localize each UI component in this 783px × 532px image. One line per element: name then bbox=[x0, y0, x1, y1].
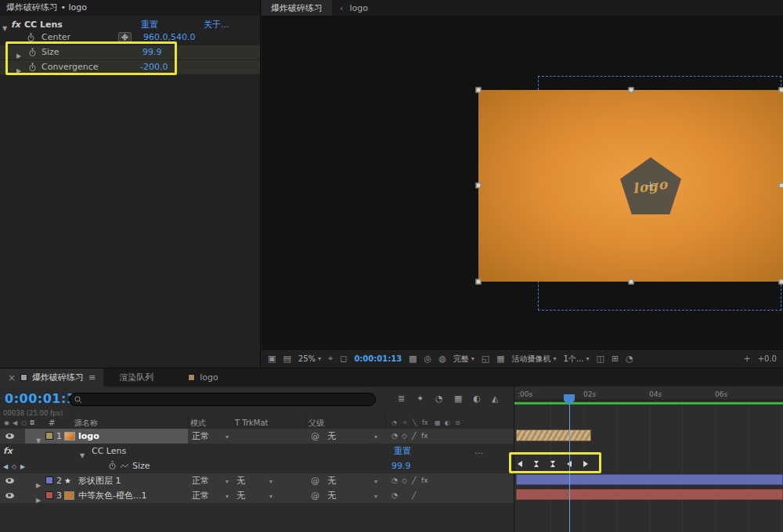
layer-row-shape[interactable]: ▶ 2 ★ 形状图层 1 正常 ▾ 无 ▾ @ 无 ▾ ◔ ◇ ╱ fx bbox=[0, 473, 514, 488]
about-effect-link[interactable]: 关于... bbox=[204, 18, 229, 31]
more-options[interactable]: … bbox=[474, 444, 483, 458]
blend-mode-dropdown[interactable]: 正常 bbox=[192, 429, 209, 444]
quality-switch-icon[interactable]: ╱ bbox=[412, 429, 416, 444]
add-keyframe-icon[interactable]: ◇ bbox=[12, 459, 16, 474]
effect-header-row[interactable]: ▼ fx CC Lens 重置 关于... bbox=[0, 18, 260, 31]
selection-handle-mid-left[interactable] bbox=[476, 183, 482, 189]
mask-visibility-icon[interactable]: ◻ bbox=[340, 354, 347, 363]
selection-handle-top-mid[interactable] bbox=[629, 88, 634, 93]
channels-icon[interactable]: ◍ bbox=[438, 354, 446, 363]
prev-keyframe-icon[interactable]: ◀ bbox=[3, 459, 8, 474]
share-view-icon[interactable]: ◫ bbox=[597, 354, 604, 363]
motion-blur-toggle-icon[interactable]: ◐ bbox=[473, 394, 481, 404]
property-label[interactable]: Size bbox=[132, 458, 150, 473]
composition-viewport[interactable]: logo bbox=[262, 16, 783, 349]
selected-layer-canvas[interactable]: logo bbox=[478, 90, 783, 282]
shy-switch-icon[interactable]: ◔ bbox=[392, 488, 398, 503]
view-layout-dropdown[interactable]: 1个...▾ bbox=[564, 354, 590, 365]
always-preview-icon[interactable]: ▣ bbox=[268, 354, 276, 363]
breadcrumb-item-logo[interactable]: logo bbox=[349, 3, 368, 13]
comp-mini-flowchart-icon[interactable]: ≣ bbox=[398, 394, 405, 404]
fx-switch-icon[interactable]: fx bbox=[421, 473, 428, 488]
visibility-eye-icon[interactable] bbox=[5, 493, 14, 498]
panel-menu-icon[interactable]: ≡ bbox=[88, 372, 96, 383]
selection-handle-mid-right[interactable] bbox=[779, 183, 783, 189]
shy-switch-icon[interactable]: ◔ bbox=[392, 429, 398, 444]
draft-3d-icon[interactable]: ✦ bbox=[417, 394, 424, 404]
trkmat-dropdown[interactable]: 无 bbox=[236, 488, 245, 503]
selection-handle-bottom-right[interactable] bbox=[779, 279, 783, 285]
blend-mode-dropdown[interactable]: 正常 bbox=[192, 488, 209, 503]
pixel-aspect-icon[interactable]: ⊞ bbox=[612, 354, 619, 363]
label-color-chip[interactable] bbox=[45, 476, 53, 484]
search-input[interactable] bbox=[85, 395, 352, 404]
active-camera-dropdown[interactable]: 活动摄像机▾ bbox=[512, 354, 557, 365]
next-keyframe-icon[interactable]: ▶ bbox=[20, 459, 25, 474]
blend-mode-dropdown[interactable]: 正常 bbox=[192, 473, 209, 488]
selection-handle-bottom-mid[interactable] bbox=[629, 279, 634, 285]
fx-switch-icon[interactable]: fx bbox=[421, 429, 428, 444]
timeline-tab-active[interactable]: × 爆炸破碎练习 ≡ bbox=[0, 368, 103, 386]
layer-name[interactable]: 形状图层 1 bbox=[78, 473, 121, 488]
timeline-tab-logo[interactable]: logo bbox=[180, 368, 226, 386]
region-of-interest-icon[interactable]: ◱ bbox=[482, 354, 489, 363]
primary-viewer-icon[interactable]: ▤ bbox=[283, 354, 290, 363]
quality-switch-icon[interactable]: ╱ bbox=[412, 473, 416, 488]
comp-viewer-tab[interactable]: 爆炸破碎练习 bbox=[262, 0, 332, 16]
property-row-size[interactable]: ◀ ◇ ▶ Size 99.9 bbox=[0, 458, 514, 473]
show-snapshot-icon[interactable]: ◎ bbox=[424, 354, 432, 363]
reset-exposure-icon[interactable]: + bbox=[743, 354, 750, 363]
label-color-chip[interactable] bbox=[45, 432, 53, 440]
visibility-eye-icon[interactable] bbox=[5, 478, 14, 483]
column-trkmat[interactable]: T TrkMat bbox=[235, 418, 269, 428]
layer-name[interactable]: logo bbox=[78, 429, 99, 444]
collapse-switch-icon[interactable]: ◇ bbox=[402, 429, 407, 444]
layer-bar-logo[interactable] bbox=[516, 430, 591, 441]
parent-dropdown[interactable]: 无 bbox=[327, 488, 336, 503]
stopwatch-icon[interactable] bbox=[108, 461, 117, 470]
reset-effect-link[interactable]: 重置 bbox=[141, 18, 158, 31]
selection-handle-bottom-left[interactable] bbox=[476, 279, 482, 285]
frame-blend-toggle-icon[interactable]: ▦ bbox=[454, 394, 462, 404]
timeline-tab-render-queue[interactable]: 渲染队列 bbox=[111, 368, 161, 386]
transparency-grid-icon[interactable]: ▦ bbox=[496, 354, 504, 363]
visibility-eye-icon[interactable] bbox=[5, 433, 14, 439]
effect-row-cc-lens[interactable]: fx ▼ CC Lens 重置 … bbox=[0, 444, 514, 458]
layer-row-solid[interactable]: ▶ 3 中等灰色-橙色...1 正常 ▾ 无 ▾ @ 无 ▾ ◔ ╱ bbox=[0, 488, 514, 503]
graph-editor-icon[interactable]: ◭ bbox=[492, 394, 498, 404]
close-icon[interactable]: × bbox=[8, 372, 16, 383]
parent-dropdown[interactable]: 无 bbox=[327, 429, 336, 444]
trkmat-dropdown[interactable]: 无 bbox=[236, 473, 245, 488]
grid-guides-icon[interactable]: ⌖ bbox=[328, 354, 333, 363]
parent-dropdown[interactable]: 无 bbox=[327, 473, 336, 488]
selection-handle-top-left[interactable] bbox=[476, 88, 482, 93]
layer-row-logo[interactable]: ▼ 1 logo 正常 ▾ @ 无 ▾ ◔ ◇ ╱ fx bbox=[0, 429, 514, 444]
snapshot-icon[interactable]: ▩ bbox=[409, 354, 417, 363]
column-source-name[interactable]: 源名称 bbox=[74, 418, 98, 428]
search-box[interactable] bbox=[69, 393, 376, 406]
twirl-right-icon[interactable]: ▶ bbox=[36, 493, 41, 508]
column-number[interactable]: # bbox=[49, 418, 55, 428]
viewer-timecode[interactable]: 0:00:01:13 bbox=[354, 354, 402, 363]
parent-pickwhip-icon[interactable]: @ bbox=[311, 429, 319, 444]
column-mode[interactable]: 模式 bbox=[190, 418, 206, 428]
parent-pickwhip-icon[interactable]: @ bbox=[311, 473, 319, 488]
layer-name[interactable]: 中等灰色-橙色...1 bbox=[78, 488, 146, 503]
layer-bar-solid[interactable] bbox=[516, 489, 783, 500]
fast-previews-icon[interactable]: ◔ bbox=[626, 354, 633, 363]
quality-switch-icon[interactable]: ╱ bbox=[412, 488, 416, 503]
layer-bar-shape[interactable] bbox=[516, 474, 783, 485]
selection-handle-top-right[interactable] bbox=[779, 88, 783, 93]
label-color-chip[interactable] bbox=[45, 491, 53, 499]
collapse-switch-icon[interactable]: ◇ bbox=[402, 473, 407, 488]
magnification-dropdown[interactable]: 25%▾ bbox=[298, 354, 321, 363]
anchor-point-icon[interactable] bbox=[646, 182, 655, 191]
reset-effect-link[interactable]: 重置 bbox=[394, 444, 411, 458]
property-value[interactable]: 99.9 bbox=[392, 458, 411, 473]
effect-controls-tab[interactable]: 爆炸破碎练习 • logo bbox=[0, 0, 260, 16]
column-parent[interactable]: 父级 bbox=[309, 418, 324, 428]
exposure-value[interactable]: +0.0 bbox=[758, 354, 777, 363]
shy-switch-icon[interactable]: ◔ bbox=[392, 473, 398, 488]
effect-name[interactable]: CC Lens bbox=[92, 444, 126, 458]
resolution-dropdown[interactable]: 完整▾ bbox=[453, 354, 474, 365]
